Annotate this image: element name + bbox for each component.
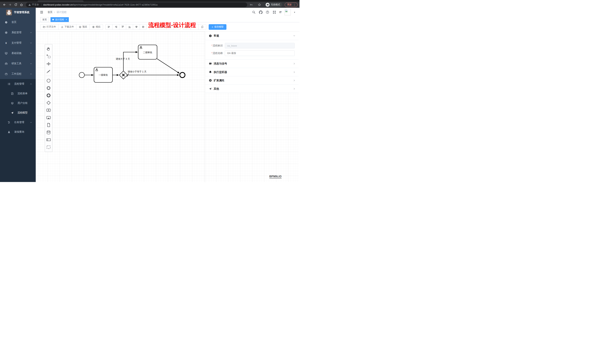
security-warning-icon[interactable] xyxy=(28,3,31,6)
send-icon xyxy=(209,87,212,90)
align-left-icon[interactable] xyxy=(106,24,113,30)
browser-tab-strip xyxy=(0,0,300,2)
security-label[interactable]: 不安全 xyxy=(32,3,39,6)
space-tool-icon[interactable] xyxy=(45,60,52,68)
section-extended-attributes[interactable]: 扩展属性 xyxy=(205,76,300,85)
participant-icon[interactable] xyxy=(45,136,52,143)
flow-label[interactable]: 请假小于等于 1 天 xyxy=(128,70,147,73)
restart-icon[interactable] xyxy=(198,24,206,30)
bookmark-star-icon[interactable] xyxy=(257,2,262,7)
user-group-icon xyxy=(11,102,14,105)
gateway-icon[interactable] xyxy=(45,99,52,106)
github-icon[interactable] xyxy=(259,10,263,14)
gear-icon xyxy=(5,31,8,34)
app-logo-row[interactable]: 芋道管理系统 xyxy=(0,8,36,17)
open-file-label: 打开文件 xyxy=(47,25,56,28)
chevron-right-icon xyxy=(293,88,295,90)
sidebar-item-label: 工作流程 xyxy=(11,72,21,76)
sidebar-item-payment[interactable]: ¥ 支付管理 xyxy=(0,38,36,48)
align-right-icon[interactable] xyxy=(112,24,119,30)
sidebar-item-process-model[interactable]: 流程模型 xyxy=(0,108,36,118)
group-icon[interactable] xyxy=(45,143,52,151)
url-host[interactable]: dashboard.yudao.iocoder.cn xyxy=(43,3,73,6)
lasso-tool-icon[interactable] xyxy=(45,53,52,60)
font-size-icon[interactable]: tT xyxy=(279,11,281,14)
start-event-icon[interactable] xyxy=(45,77,52,84)
tab-home[interactable]: 首页 xyxy=(40,17,49,22)
user-task-icon[interactable] xyxy=(45,106,52,114)
help-icon[interactable] xyxy=(266,10,269,14)
align-top-icon[interactable] xyxy=(119,24,126,30)
back-icon[interactable] xyxy=(2,2,7,7)
align-bottom-icon[interactable] xyxy=(126,24,133,30)
caret-down-icon[interactable]: ▾ xyxy=(294,11,295,14)
sidebar-item-devtools[interactable]: 研发工具 xyxy=(0,58,36,69)
breadcrumb-home[interactable]: 首页 xyxy=(48,10,53,14)
save-model-button[interactable]: + 保存模型 xyxy=(209,24,226,30)
user-task-level1[interactable]: 一级审批 xyxy=(94,67,113,82)
close-icon[interactable]: × xyxy=(66,18,67,21)
exclusive-gateway[interactable] xyxy=(119,71,127,79)
end-event[interactable] xyxy=(180,72,185,78)
download-file-button[interactable]: 下载文件 xyxy=(58,24,76,30)
section-title: 执行监听器 xyxy=(214,70,227,74)
start-event[interactable] xyxy=(79,72,85,78)
search-icon[interactable] xyxy=(252,10,256,14)
home-icon[interactable] xyxy=(19,2,24,7)
user-task-level2[interactable]: 二级审批 xyxy=(138,45,157,59)
breadcrumb: 首页 / 设计流程 xyxy=(48,8,67,17)
field-label: *流程名称 xyxy=(206,51,225,55)
section-message-signal[interactable]: 消息与信号 xyxy=(205,59,300,68)
align-center-vertical-icon[interactable] xyxy=(140,24,147,30)
url-bar[interactable]: 不安全 dashboard.yudao.iocoder.cn/bpm/manag… xyxy=(26,2,247,7)
fullscreen-icon[interactable] xyxy=(273,10,276,14)
key-icon[interactable] xyxy=(249,2,254,7)
reload-icon[interactable] xyxy=(13,2,18,7)
info-circle-icon xyxy=(209,34,212,37)
end-event-icon[interactable] xyxy=(45,92,52,99)
align-center-horizontal-icon[interactable] xyxy=(133,24,140,30)
section-execution-listener[interactable]: 执行监听器 xyxy=(205,68,300,76)
url-path[interactable]: /bpm/manager/model/design?modelId=e4a1a1… xyxy=(73,3,158,6)
update-button[interactable]: 更新 ⋮ xyxy=(285,3,298,7)
global-connect-tool-icon[interactable] xyxy=(45,68,52,75)
flow-gateway-to-task2[interactable] xyxy=(123,52,138,71)
sidebar-item-process-form[interactable]: 流程表单 xyxy=(0,89,36,98)
avatar[interactable] xyxy=(284,9,291,15)
hand-tool-icon[interactable] xyxy=(45,45,52,53)
sidebar-item-process-mgmt[interactable]: 流程管理 xyxy=(0,79,36,89)
chevron-down-icon xyxy=(30,52,32,54)
toolbox-icon xyxy=(5,62,8,65)
sidebar-collapse-icon[interactable] xyxy=(40,10,44,14)
sidebar-item-task-mgmt[interactable]: 任务管理 xyxy=(0,118,36,127)
sidebar-item-home[interactable]: 首页 xyxy=(0,17,36,27)
sidebar-item-system[interactable]: 系统管理 xyxy=(0,27,36,38)
process-key-input[interactable] xyxy=(225,43,295,48)
flow-task2-to-end[interactable] xyxy=(157,59,179,73)
plus-circle-icon xyxy=(209,79,212,82)
chevron-up-icon xyxy=(30,83,32,85)
simulate-button[interactable]: 模拟 xyxy=(89,24,103,30)
data-store-icon[interactable] xyxy=(45,129,52,136)
sidebar-item-infra[interactable]: 基础设施 xyxy=(0,48,36,58)
sidebar-item-user-group[interactable]: 用户分组 xyxy=(0,98,36,108)
intermediate-event-icon[interactable] xyxy=(45,84,52,92)
browser-active-tab[interactable] xyxy=(37,0,84,2)
tab-design-process[interactable]: 设计流程 × xyxy=(51,17,69,22)
bpmn-palette xyxy=(45,44,52,152)
sidebar-item-leave-query[interactable]: 请假查询 xyxy=(0,127,36,137)
sidebar-item-workflow[interactable]: 工作流程 xyxy=(0,69,36,79)
bpmn-canvas[interactable]: 请假大于 3 天 请假小于等于 1 天 一级审批 xyxy=(36,31,300,182)
section-general[interactable]: 常规 xyxy=(205,32,300,40)
data-object-icon[interactable] xyxy=(45,121,52,129)
subprocess-icon[interactable] xyxy=(45,114,52,121)
forward-icon[interactable] xyxy=(8,2,12,7)
process-name-input[interactable] xyxy=(225,51,295,56)
chevron-right-icon xyxy=(293,71,295,73)
section-other[interactable]: 其他 xyxy=(205,85,300,93)
browser-menu-dots-icon[interactable]: ⋮ xyxy=(293,3,296,6)
open-file-button[interactable]: 打开文件 xyxy=(40,24,58,30)
preview-button[interactable]: 预览 xyxy=(76,24,90,30)
flow-label[interactable]: 请假大于 3 天 xyxy=(116,58,130,60)
tree-list-icon xyxy=(7,83,10,85)
